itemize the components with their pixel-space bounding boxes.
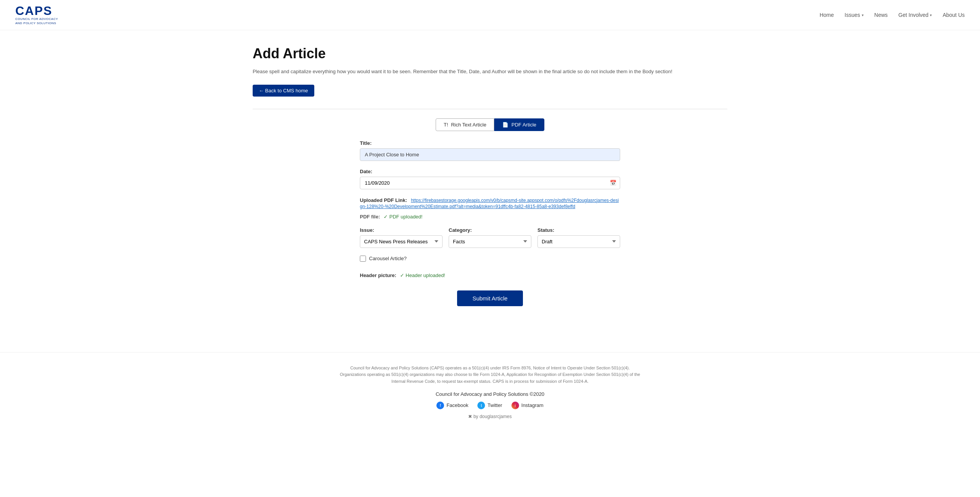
facebook-icon: f [436, 402, 444, 409]
status-select[interactable]: Draft Published Archived [537, 235, 620, 248]
nav-link-issues[interactable]: Issues ▾ [844, 12, 863, 18]
logo-caps: CAPS [15, 5, 58, 17]
date-input[interactable] [360, 177, 620, 189]
submit-article-button[interactable]: Submit Article [457, 290, 523, 306]
logo: CAPS COUNCIL FOR ADVOCACY AND POLICY SOL… [15, 5, 58, 25]
status-label: Status: [537, 227, 620, 233]
pdf-uploaded-status: ✓ PDF uploaded! [384, 214, 422, 220]
status-group: Status: Draft Published Archived [537, 227, 620, 248]
pdf-file-row: PDF file: ✓ PDF uploaded! [360, 214, 620, 220]
nav-bar: CAPS COUNCIL FOR ADVOCACY AND POLICY SOL… [0, 0, 980, 30]
issue-group: Issue: CAPS News Press Releases Policy A… [360, 227, 443, 248]
issue-label: Issue: [360, 227, 443, 233]
text-icon: T! [444, 122, 448, 128]
instagram-label: Instagram [521, 402, 544, 408]
date-label: Date: [360, 169, 620, 174]
nav-link-news[interactable]: News [874, 12, 888, 18]
carousel-checkbox[interactable] [360, 256, 366, 262]
pdf-file-label: PDF file: [360, 214, 380, 220]
footer-brand: Council for Advocacy and Policy Solution… [15, 391, 965, 397]
category-group: Category: Facts Opinion Analysis [449, 227, 531, 248]
footer-social: f Facebook t Twitter i Instagram [15, 402, 965, 409]
twitter-label: Twitter [487, 402, 502, 408]
form-container: T! Rich Text Article 📄 PDF Article Title… [253, 118, 727, 306]
twitter-icon: t [477, 402, 485, 409]
instagram-icon: i [511, 402, 519, 409]
footer: Council for Advocacy and Policy Solution… [0, 352, 980, 428]
facebook-link[interactable]: f Facebook [436, 402, 468, 409]
instagram-link[interactable]: i Instagram [511, 402, 544, 409]
rich-text-article-button[interactable]: T! Rich Text Article [436, 118, 494, 131]
nav-link-about-us[interactable]: About Us [942, 12, 965, 18]
header-uploaded-status: ✓ Header uploaded! [400, 272, 445, 278]
facebook-label: Facebook [446, 402, 468, 408]
nav-link-home[interactable]: Home [820, 12, 834, 18]
category-label: Category: [449, 227, 531, 233]
issue-select[interactable]: CAPS News Press Releases Policy Advocacy [360, 235, 443, 248]
pdf-icon: 📄 [502, 122, 508, 128]
category-select[interactable]: Facts Opinion Analysis [449, 235, 531, 248]
footer-legal: Council for Advocacy and Policy Solution… [337, 365, 643, 385]
pdf-link-row: Uploaded PDF Link: https://firebasestora… [360, 197, 620, 209]
twitter-link[interactable]: t Twitter [477, 402, 502, 409]
nav-links: Home Issues ▾ News Get Involved ▾ About … [820, 12, 965, 18]
nav-link-get-involved[interactable]: Get Involved ▾ [898, 12, 932, 18]
article-type-row: T! Rich Text Article 📄 PDF Article [253, 118, 727, 131]
carousel-label: Carousel Article? [369, 256, 407, 261]
pdf-article-button[interactable]: 📄 PDF Article [494, 118, 544, 131]
header-picture-row: Header picture: ✓ Header uploaded! [360, 272, 620, 278]
divider [253, 109, 727, 109]
logo-subtitle: COUNCIL FOR ADVOCACY AND POLICY SOLUTION… [15, 17, 58, 25]
title-group: Title: [360, 140, 620, 161]
back-to-cms-button[interactable]: ← Back to CMS home [253, 85, 314, 97]
submit-row: Submit Article [360, 290, 620, 306]
selects-row: Issue: CAPS News Press Releases Policy A… [360, 227, 620, 248]
header-picture-label: Header picture: [360, 272, 396, 278]
calendar-icon: 📅 [610, 180, 616, 186]
chevron-down-icon-2: ▾ [930, 13, 932, 17]
title-input[interactable] [360, 148, 620, 161]
date-group: Date: 📅 [360, 169, 620, 189]
carousel-row: Carousel Article? [360, 256, 620, 262]
pdf-link-label: Uploaded PDF Link: [360, 197, 407, 203]
main-content: Add Article Please spell and capitalize … [222, 30, 758, 352]
page-title: Add Article [253, 46, 727, 62]
page-subtitle: Please spell and capitalize everything h… [253, 68, 727, 75]
chevron-down-icon: ▾ [862, 13, 864, 17]
title-label: Title: [360, 140, 620, 146]
footer-credit: ✖ by douglasrcjames [15, 414, 965, 419]
footer-credit-link[interactable]: ✖ by douglasrcjames [468, 414, 511, 419]
